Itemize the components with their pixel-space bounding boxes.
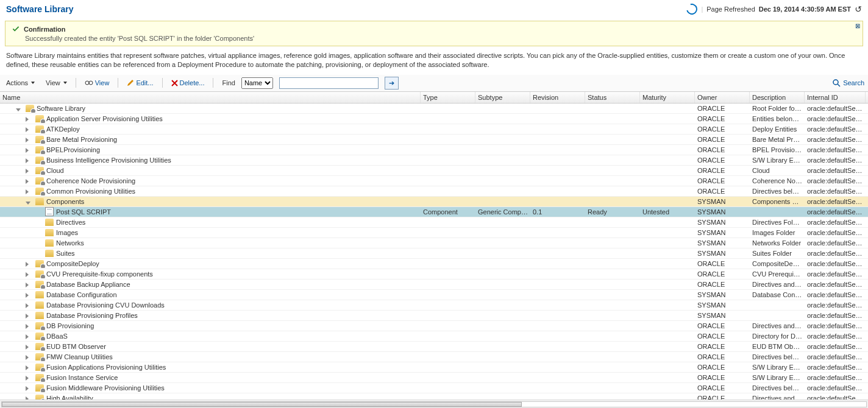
table-row[interactable]: Fusion Applications Provisioning Utiliti…: [0, 362, 868, 373]
expand-icon[interactable]: [26, 312, 32, 318]
col-name[interactable]: Name: [0, 92, 421, 103]
cell-type: [421, 377, 475, 378]
table-row[interactable]: Fusion Instance ServiceORACLES/W Library…: [0, 373, 868, 383]
collapse-icon[interactable]: [16, 105, 22, 111]
find-type-select[interactable]: Name: [241, 77, 273, 89]
cell-subtype: [475, 253, 530, 254]
expand-icon[interactable]: [26, 323, 32, 329]
cell-mat: [640, 263, 695, 264]
delete-button[interactable]: Delete...: [169, 79, 207, 87]
close-icon[interactable]: ⊠: [855, 23, 860, 29]
table-row[interactable]: Common Provisioning UtilitiesORACLEDirec…: [0, 186, 868, 197]
expand-icon[interactable]: [26, 178, 32, 184]
table-row[interactable]: Application Server Provisioning Utilitie…: [0, 114, 868, 124]
table-row[interactable]: ATKDeployORACLEDeploy Entitiesoracle:def…: [0, 124, 868, 135]
scrollbar-thumb[interactable]: [2, 402, 522, 407]
cell-owner: ORACLE: [695, 125, 750, 133]
refresh-icon[interactable]: ↻: [855, 4, 862, 14]
search-button[interactable]: Search: [832, 79, 864, 87]
cell-iid: oracle:defaultServi…: [805, 228, 866, 237]
cell-desc: S/W Library Entitie…: [750, 373, 805, 382]
col-owner[interactable]: Owner: [695, 92, 750, 103]
table-row[interactable]: Business Intelligence Provisioning Utili…: [0, 155, 868, 166]
cell-owner: ORACLE: [695, 322, 750, 330]
expand-icon[interactable]: [26, 188, 32, 194]
table-row[interactable]: Post SQL SCRIPTComponentGeneric Componen…: [0, 207, 868, 217]
svg-point-0: [85, 81, 89, 85]
table-row[interactable]: Database Provisioning CVU DownloadsSYSMA…: [0, 300, 868, 311]
expand-icon[interactable]: [26, 261, 32, 267]
table-row[interactable]: Database Provisioning ProfilesSYSMANorac…: [0, 311, 868, 321]
cell-mat: [640, 128, 695, 130]
expand-icon[interactable]: [26, 126, 32, 132]
find-input[interactable]: [279, 77, 379, 89]
expand-icon[interactable]: [26, 167, 32, 174]
expand-icon[interactable]: [26, 343, 32, 350]
col-description[interactable]: Description: [750, 92, 805, 103]
expand-icon[interactable]: [26, 375, 32, 381]
refresh-status-icon[interactable]: [685, 2, 700, 17]
table-row[interactable]: BPELProvisioningORACLEBPEL Provisioning …: [0, 145, 868, 155]
cell-rev: [530, 304, 585, 306]
table-row[interactable]: SuitesSYSMANSuites Folderoracle:defaultS…: [0, 248, 868, 259]
node-label: Fusion Middleware Provisioning Utilities: [46, 384, 165, 392]
table-row[interactable]: ComponentsSYSMANComponents Folderoracle:…: [0, 197, 868, 207]
col-internal-id[interactable]: Internal ID: [805, 92, 866, 103]
find-go-button[interactable]: ➔: [385, 77, 399, 90]
table-row[interactable]: Fusion Middleware Provisioning Utilities…: [0, 383, 868, 393]
cell-desc: Images Folder: [750, 228, 805, 237]
table-row[interactable]: Database ConfigurationSYSMANDatabase Con…: [0, 290, 868, 300]
expand-icon[interactable]: [26, 333, 32, 339]
cell-desc: Networks Folder: [750, 239, 805, 247]
table-row[interactable]: EUD BTM ObserverORACLEEUD BTM Observeror…: [0, 342, 868, 352]
view-menu[interactable]: View: [43, 79, 69, 87]
table-row[interactable]: CVU Prerequisite-fixup componentsORACLEC…: [0, 269, 868, 280]
table-row[interactable]: ImagesSYSMANImages Folderoracle:defaultS…: [0, 228, 868, 238]
cell-desc: Entities belonging t…: [750, 114, 805, 123]
edit-button[interactable]: Edit...: [124, 79, 155, 87]
cell-type: [421, 139, 475, 140]
collapse-icon[interactable]: [26, 199, 32, 205]
table-row[interactable]: DB ProvisioningORACLEDirectives and Comp…: [0, 321, 868, 331]
cell-status: [585, 108, 640, 109]
table-row[interactable]: CloudORACLECloudoracle:defaultServi…: [0, 166, 868, 176]
table-row[interactable]: DBaaSORACLEDirectory for Data…oracle:def…: [0, 331, 868, 342]
expand-icon[interactable]: [26, 271, 32, 277]
view-button[interactable]: View: [82, 79, 112, 87]
table-row[interactable]: Coherence Node ProvisioningORACLECoheren…: [0, 176, 868, 186]
node-label: Components: [46, 198, 84, 205]
table-row[interactable]: Software LibraryORACLERoot Folder for So…: [0, 104, 868, 114]
cell-rev: [530, 139, 585, 140]
folder-gear-icon: [35, 167, 44, 174]
table-row[interactable]: FMW Cleanup UtilitiesORACLEDirectives be…: [0, 352, 868, 362]
col-maturity[interactable]: Maturity: [640, 92, 695, 103]
cell-mat: [640, 242, 695, 244]
cell-owner: SYSMAN: [695, 208, 750, 216]
expand-icon[interactable]: [26, 292, 32, 298]
actions-menu[interactable]: Actions: [4, 79, 37, 87]
expand-icon[interactable]: [26, 136, 32, 142]
expand-icon[interactable]: [26, 116, 32, 122]
expand-icon[interactable]: [26, 281, 32, 287]
col-revision[interactable]: Revision: [530, 92, 585, 103]
expand-icon[interactable]: [26, 157, 32, 163]
col-subtype[interactable]: Subtype: [475, 92, 530, 103]
expand-icon[interactable]: [26, 364, 32, 370]
node-label: Coherence Node Provisioning: [46, 177, 135, 185]
table-row[interactable]: Bare Metal ProvisioningORACLEBare Metal …: [0, 135, 868, 145]
expand-icon[interactable]: [26, 385, 32, 391]
expand-icon[interactable]: [26, 147, 32, 153]
table-row[interactable]: DirectivesSYSMANDirectives Folderoracle:…: [0, 217, 868, 228]
cell-mat: [640, 315, 695, 316]
cell-rev: [530, 149, 585, 150]
cell-subtype: [475, 139, 530, 140]
table-row[interactable]: Database Backup ApplianceORACLEDirective…: [0, 280, 868, 290]
folder-icon: [35, 301, 44, 309]
col-status[interactable]: Status: [585, 92, 640, 103]
col-type[interactable]: Type: [421, 92, 475, 103]
table-row[interactable]: NetworksSYSMANNetworks Folderoracle:defa…: [0, 238, 868, 248]
expand-icon[interactable]: [26, 302, 32, 308]
horizontal-scrollbar[interactable]: [0, 399, 868, 408]
expand-icon[interactable]: [26, 354, 32, 360]
table-row[interactable]: CompositeDeployORACLECompositeDeploy Ent…: [0, 259, 868, 269]
